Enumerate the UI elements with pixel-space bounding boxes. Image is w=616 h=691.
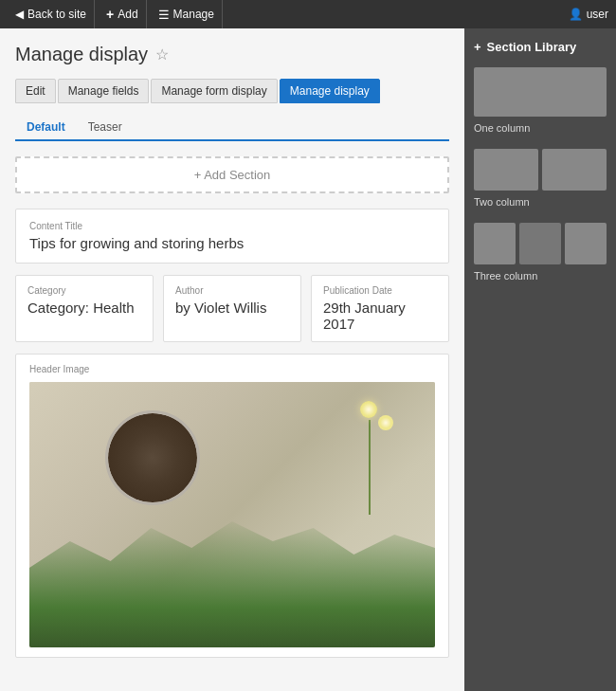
author-label: Author <box>175 285 289 296</box>
image-label: Header Image <box>29 364 435 374</box>
three-column-box-1 <box>474 223 516 264</box>
tabs-row: Edit Manage fields Manage form display M… <box>15 79 449 103</box>
flowers-decoration <box>340 401 416 515</box>
add-button[interactable]: + Add <box>99 0 147 28</box>
one-column-label: One column <box>474 122 607 134</box>
one-column-box <box>474 67 607 117</box>
back-to-site-button[interactable]: ◀ Back to site <box>8 0 95 28</box>
category-block: Category Category: Health <box>15 275 154 342</box>
section-library-sidebar: + Section Library One column Two column <box>464 28 616 691</box>
sub-tabs: Default Teaser <box>15 115 449 141</box>
two-column-box-1 <box>474 149 538 191</box>
one-column-section[interactable]: One column <box>474 67 607 134</box>
add-section-button[interactable]: + Add Section <box>15 156 449 193</box>
user-menu[interactable]: 👤 user <box>569 8 608 21</box>
header-image-block: Header Image <box>15 354 449 658</box>
flower-head-2 <box>378 415 393 430</box>
bowl-circle <box>105 410 200 505</box>
tab-manage-form-display[interactable]: Manage form display <box>151 79 277 103</box>
main-layout: Manage display ☆ Edit Manage fields Mana… <box>0 28 616 691</box>
two-column-section[interactable]: Two column <box>474 149 607 208</box>
manage-button[interactable]: ☰ Manage <box>151 0 223 28</box>
herb-image <box>29 382 435 647</box>
hamburger-icon: ☰ <box>158 8 170 22</box>
content-title-block: Content Title Tips for growing and stori… <box>15 209 449 264</box>
subtab-teaser[interactable]: Teaser <box>77 115 134 139</box>
content-area: Manage display ☆ Edit Manage fields Mana… <box>0 28 464 691</box>
user-icon: 👤 <box>569 8 583 21</box>
back-icon: ◀ <box>15 8 24 21</box>
plus-icon: + <box>106 7 114 22</box>
three-column-preview <box>474 223 607 264</box>
three-column-row: Category Category: Health Author by Viol… <box>15 275 449 342</box>
two-column-preview <box>474 149 607 191</box>
three-column-section[interactable]: Three column <box>474 223 607 282</box>
seeds <box>108 413 197 502</box>
tab-manage-display[interactable]: Manage display <box>280 79 380 103</box>
date-value: 29th January 2017 <box>323 300 437 332</box>
tab-edit[interactable]: Edit <box>15 79 56 103</box>
one-column-preview <box>474 67 607 117</box>
date-label: Publication Date <box>323 285 437 296</box>
three-column-box-3 <box>565 223 607 264</box>
three-column-label: Three column <box>474 270 607 282</box>
two-column-label: Two column <box>474 196 607 208</box>
image-background <box>29 382 435 647</box>
tab-manage-fields[interactable]: Manage fields <box>58 79 150 103</box>
herb-greens <box>29 515 435 647</box>
flower-stem <box>369 420 371 515</box>
author-value: by Violet Willis <box>175 300 289 316</box>
content-title-label: Content Title <box>29 221 435 231</box>
page-title: Manage display <box>15 44 148 65</box>
date-block: Publication Date 29th January 2017 <box>311 275 449 342</box>
two-column-box-2 <box>542 149 607 191</box>
sidebar-header: + Section Library <box>474 40 607 54</box>
three-column-box-2 <box>519 223 561 264</box>
subtab-default[interactable]: Default <box>15 115 77 141</box>
author-block: Author by Violet Willis <box>163 275 301 342</box>
favorite-star-icon[interactable]: ☆ <box>155 45 169 64</box>
top-nav: ◀ Back to site + Add ☰ Manage 👤 user <box>0 0 616 28</box>
sidebar-title: Section Library <box>487 40 577 54</box>
content-title-value: Tips for growing and storing herbs <box>29 235 435 251</box>
category-label: Category <box>27 285 141 296</box>
page-title-row: Manage display ☆ <box>15 44 449 65</box>
flower-head-1 <box>360 401 377 418</box>
category-value: Category: Health <box>27 300 141 316</box>
sidebar-plus-icon: + <box>474 40 481 54</box>
